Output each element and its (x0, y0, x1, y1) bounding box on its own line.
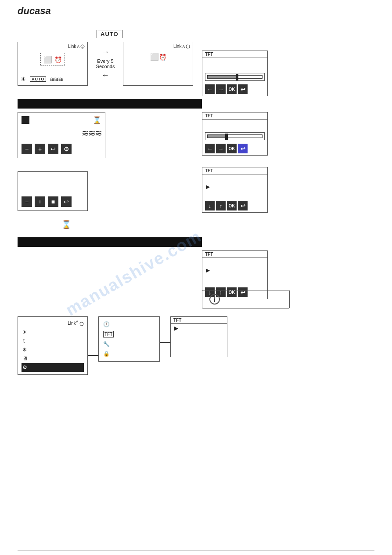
clock-icon: 🕐 (103, 321, 110, 327)
gear-icon: ⚙ (22, 364, 27, 370)
tft-panel-2: TFT ← → OK ↩ (202, 112, 268, 156)
tft-btn-back-1[interactable]: ↩ (238, 84, 248, 94)
menu-item-snow[interactable]: ❄ (22, 345, 84, 354)
tft-header-4: TFT (202, 251, 267, 258)
tft-panel-1: TFT ← → OK ↩ (202, 51, 268, 96)
tft-btn-back-3[interactable]: ↩ (238, 201, 248, 210)
hourglass-icon-2: ⌛ (93, 116, 101, 124)
thermostat-right-box: LinkA ⬜ ⏰ (123, 42, 193, 86)
tft-slider-container-1 (205, 73, 265, 81)
tft-buttons-3: ↓ ↑ OK ↩ (202, 199, 267, 212)
tft-panel-5-container: TFT ▶ (170, 316, 227, 357)
link-label-left: LinkA w (68, 44, 85, 49)
menu-item-moon[interactable]: ☾ (22, 337, 84, 345)
arrow-connector-2 (160, 316, 170, 343)
submenu-item-wrench[interactable]: 🔧 (102, 339, 156, 349)
tft-btn-right-1[interactable]: → (216, 84, 226, 94)
minus-btn-3[interactable]: − (22, 196, 32, 207)
tft-arrow-4: ▶ (202, 266, 267, 275)
menu-item-screen[interactable]: 🖥 (22, 354, 84, 363)
menu-link-label: LinkA (22, 319, 84, 326)
moon-icon: ☾ (22, 338, 27, 344)
tft-btn-ok-3[interactable]: OK (227, 201, 237, 210)
tft-content-2 (202, 120, 267, 131)
panel2-buttons: − + ↩ ⚙ (22, 144, 101, 154)
svg-point-3 (80, 322, 83, 326)
link-label-right: LinkA (173, 44, 190, 49)
tft-btn-left-1[interactable]: ← (205, 84, 215, 94)
tft-panel-5: TFT ▶ (170, 316, 227, 357)
tft-content-1 (202, 58, 267, 71)
thermostat-left-bottom: ☀ AUTO ≋≋≋ (21, 76, 85, 83)
tft-header-1: TFT (202, 51, 267, 58)
thermostat-left-box: LinkA w ⬜ ⏰ ☀ AUTO ≋≋≋ (18, 42, 88, 86)
section-header-2 (18, 237, 202, 247)
tft-header-2: TFT (202, 112, 267, 120)
menu-item-settings[interactable]: ⚙ (22, 363, 84, 372)
section-header-1 (18, 99, 202, 109)
sun-icon: ☀ (22, 329, 27, 335)
tft-slider-container-2 (205, 132, 265, 140)
menu-item-sun[interactable]: ☀ (22, 328, 84, 337)
panel-3: − + ■ ↩ (18, 171, 88, 211)
tft-buttons-1: ← → OK ↩ (202, 83, 267, 96)
minus-btn-2[interactable]: − (22, 144, 32, 154)
tft-content-3 (202, 174, 267, 182)
tft-btn-down-3[interactable]: ↓ (205, 201, 215, 210)
submenu-item-clock[interactable]: 🕐 (102, 319, 156, 329)
menu-panel: LinkA ☀ ☾ ❄ 🖥 ⚙ (18, 316, 88, 375)
auto-badge: AUTO (97, 30, 122, 38)
plus-btn-2[interactable]: + (35, 144, 45, 154)
tft-btn-ok-2[interactable]: OK (227, 144, 237, 153)
tft-btn-left-2[interactable]: ← (205, 144, 215, 153)
svg-point-2 (186, 45, 190, 48)
sq-btn-3[interactable]: ■ (48, 196, 58, 207)
tft-header-5: TFT (171, 317, 227, 324)
submenu-item-tft[interactable]: TFT (102, 329, 156, 339)
brand-logo: ducasa (18, 5, 51, 17)
gear-btn-2[interactable]: ⚙ (61, 144, 72, 154)
tft-arrow-5: ▶ (171, 324, 227, 333)
tft-btn-right-2[interactable]: → (216, 144, 226, 153)
lock-icon: 🔒 (103, 351, 110, 357)
panel2-icon (22, 116, 29, 124)
tft-arrow-3: ▶ (202, 182, 267, 191)
hourglass-standalone: ⌛ (61, 220, 71, 229)
tft-btn-up-3[interactable]: ↑ (216, 201, 226, 210)
panel-2: ⌛ ≋≋≋ − + ↩ ⚙ (18, 112, 105, 158)
tft-content-4 (202, 258, 267, 266)
tft-header-3: TFT (202, 167, 267, 174)
plus-btn-3[interactable]: + (35, 196, 45, 207)
arrow-connector-1 (88, 316, 98, 356)
tft-btn-back-2[interactable]: ↩ (238, 144, 248, 153)
panel3-buttons: − + ■ ↩ (22, 196, 84, 207)
tft-icon: TFT (103, 331, 114, 337)
heat-icon-2: ≋≋≋ (22, 128, 101, 138)
thermostat-left-display: ⬜ ⏰ (21, 53, 85, 65)
tft-panel-3: TFT ▶ ↓ ↑ OK ↩ (202, 167, 268, 213)
tft-btn-ok-1[interactable]: OK (227, 84, 237, 94)
submenu-panel: 🕐 TFT 🔧 🔒 (98, 316, 160, 362)
bottom-divider (18, 550, 374, 551)
screen-icon: 🖥 (22, 355, 28, 362)
tft-buttons-2: ← → OK ↩ (202, 142, 267, 155)
info-icon: i (209, 294, 220, 305)
submenu-item-lock[interactable]: 🔒 (102, 349, 156, 359)
thermostat-right-display: ⬜ ⏰ (126, 53, 190, 61)
svg-text:w: w (81, 46, 84, 48)
back-btn-3[interactable]: ↩ (61, 196, 72, 207)
wrench-icon: 🔧 (103, 341, 110, 347)
info-box: i (202, 290, 290, 308)
back-btn-2[interactable]: ↩ (48, 144, 58, 154)
sync-arrows: → Every 5 Seconds ← (88, 47, 123, 80)
snow-icon: ❄ (22, 347, 27, 353)
